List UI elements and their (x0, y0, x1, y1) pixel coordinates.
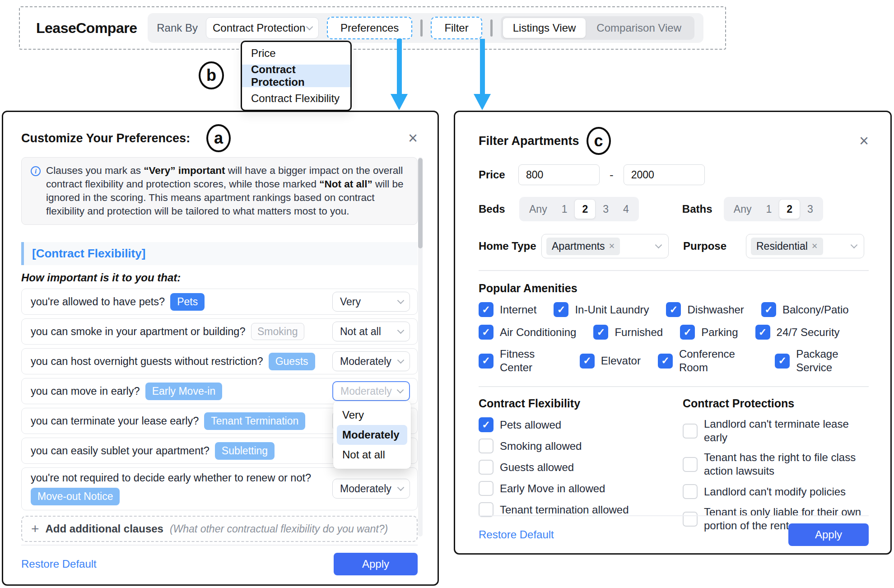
checkbox-unchecked-icon[interactable] (479, 481, 494, 496)
amenity-parking[interactable]: Parking (680, 325, 738, 340)
rank-option-contract-flexibility[interactable]: Contract Flexibility (242, 87, 350, 110)
beds-option-any[interactable]: Any (522, 199, 554, 219)
apply-button[interactable]: Apply (788, 523, 869, 546)
close-icon[interactable]: × (859, 133, 869, 149)
amenity-elevator[interactable]: Elevator (580, 347, 641, 374)
section-divider (479, 270, 869, 271)
purpose-select[interactable]: Residential × (746, 234, 864, 258)
scrollbar-thumb[interactable] (418, 158, 423, 248)
baths-option-2-selected[interactable]: 2 (779, 199, 800, 219)
checkbox-unchecked-icon[interactable] (683, 457, 698, 472)
flex-smoking-allowed[interactable]: Smoking allowed (479, 439, 683, 453)
apply-button[interactable]: Apply (334, 553, 418, 575)
amenity-balcony-patio[interactable]: Balcony/Patio (761, 302, 849, 317)
checkbox-checked-icon[interactable] (755, 325, 770, 340)
amenity-air-conditioning[interactable]: Air Conditioning (479, 325, 576, 340)
prot-class-action-lawsuits[interactable]: Tenant has the right to file class actio… (683, 451, 869, 478)
clause-tag-guests: Guests (269, 353, 315, 370)
checkbox-unchecked-icon[interactable] (479, 460, 494, 475)
beds-option-4[interactable]: 4 (616, 199, 636, 219)
filter-button[interactable]: Filter (431, 17, 482, 39)
amenity-package-service[interactable]: Package Service (775, 347, 869, 374)
prot-landlord-cant-modify-policies[interactable]: Landlord can't modify policies (683, 484, 869, 499)
chevron-down-icon (397, 484, 405, 491)
checkbox-checked-icon[interactable] (658, 354, 673, 369)
baths-option-any[interactable]: Any (726, 199, 759, 219)
checkbox-checked-icon[interactable] (680, 325, 695, 340)
importance-select-focused[interactable]: Moderately (332, 381, 410, 401)
arrow-head-icon (474, 94, 491, 110)
beds-option-1[interactable]: 1 (554, 199, 575, 219)
chip-remove-icon[interactable]: × (812, 240, 818, 252)
panel-scrollbar[interactable] (418, 157, 423, 537)
app-logo: LeaseCompare (36, 20, 137, 37)
restore-default-link[interactable]: Restore Default (479, 528, 554, 541)
importance-option-very[interactable]: Very (333, 405, 411, 425)
beds-segmented-control: Any 1 2 3 4 (519, 197, 639, 221)
restore-default-link[interactable]: Restore Default (21, 558, 97, 570)
amenity-conference-room[interactable]: Conference Room (658, 347, 758, 374)
checkbox-checked-icon[interactable] (666, 302, 681, 317)
flex-early-move-in-allowed[interactable]: Early Move in allowed (479, 481, 683, 496)
importance-select[interactable]: Very (332, 292, 410, 312)
chevron-down-icon (306, 23, 313, 31)
checkbox-checked-icon[interactable] (761, 302, 776, 317)
baths-label: Baths (682, 203, 714, 215)
contract-flexibility-section-header: [Contract Flexibility] (21, 242, 418, 265)
importance-select[interactable]: Moderately (332, 351, 410, 371)
question-text: you can host overnight guests without re… (31, 355, 263, 368)
importance-select[interactable]: Not at all (332, 322, 410, 341)
importance-option-not-at-all[interactable]: Not at all (333, 445, 411, 465)
filter-panel-header: Filter Apartments c × (479, 126, 869, 156)
chip-remove-icon[interactable]: × (609, 240, 615, 252)
chevron-down-icon (397, 357, 405, 364)
checkbox-unchecked-icon[interactable] (479, 439, 494, 453)
clause-tag-smoking: Smoking (251, 323, 304, 340)
checkbox-checked-icon[interactable] (580, 354, 595, 369)
rank-by-value: Contract Protection (213, 22, 305, 34)
baths-option-1[interactable]: 1 (759, 199, 779, 219)
checkbox-checked-icon[interactable] (479, 417, 494, 432)
rank-option-contract-protection[interactable]: Contract Protection (242, 65, 350, 87)
amenity-fitness-center[interactable]: Fitness Center (479, 347, 563, 374)
listings-view-tab[interactable]: Listings View (503, 18, 586, 38)
importance-option-moderately[interactable]: Moderately (337, 425, 407, 445)
chevron-down-icon (655, 242, 662, 249)
price-label: Price (479, 168, 518, 181)
checkbox-unchecked-icon[interactable] (683, 424, 698, 439)
baths-option-3[interactable]: 3 (800, 199, 820, 219)
beds-option-3[interactable]: 3 (596, 199, 616, 219)
prot-landlord-cant-terminate[interactable]: Landlord can't terminate lease early (683, 417, 869, 444)
purpose-chip: Residential × (751, 238, 823, 255)
beds-option-2-selected[interactable]: 2 (574, 199, 596, 219)
flex-pets-allowed[interactable]: Pets allowed (479, 417, 683, 432)
home-type-select[interactable]: Apartments × (541, 234, 669, 258)
checkbox-unchecked-icon[interactable] (683, 484, 698, 499)
close-icon[interactable]: × (408, 130, 418, 146)
importance-dropdown-menu: Very Moderately Not at all (333, 401, 411, 469)
amenity-247-security[interactable]: 24/7 Security (755, 325, 840, 340)
comparison-view-tab[interactable]: Comparison View (586, 22, 692, 34)
amenity-in-unit-laundry[interactable]: In-Unit Laundry (554, 302, 649, 317)
amenity-furnished[interactable]: Furnished (593, 325, 663, 340)
rank-option-price[interactable]: Price (242, 42, 350, 65)
clause-tag-pets: Pets (170, 293, 205, 311)
rank-by-select[interactable]: Contract Protection (206, 17, 319, 39)
importance-select[interactable]: Moderately (332, 479, 410, 499)
checkbox-checked-icon[interactable] (479, 325, 494, 340)
amenity-internet[interactable]: Internet (479, 302, 536, 317)
checkbox-checked-icon[interactable] (775, 354, 790, 369)
checkbox-checked-icon[interactable] (479, 354, 494, 369)
checkbox-checked-icon[interactable] (479, 302, 494, 317)
preferences-button[interactable]: Preferences (327, 17, 412, 39)
importance-value: Very (340, 296, 361, 308)
annotation-circle-c: c (587, 127, 611, 155)
checkbox-checked-icon[interactable] (554, 302, 568, 317)
price-min-input[interactable] (518, 164, 600, 185)
checkbox-checked-icon[interactable] (593, 325, 608, 340)
price-max-input[interactable] (624, 164, 705, 185)
add-clause-button[interactable]: + Add additional clauses (What other con… (21, 516, 418, 542)
flex-guests-allowed[interactable]: Guests allowed (479, 460, 683, 475)
amenity-dishwasher[interactable]: Dishwasher (666, 302, 744, 317)
question-text: you're not required to decide early whet… (31, 472, 311, 484)
